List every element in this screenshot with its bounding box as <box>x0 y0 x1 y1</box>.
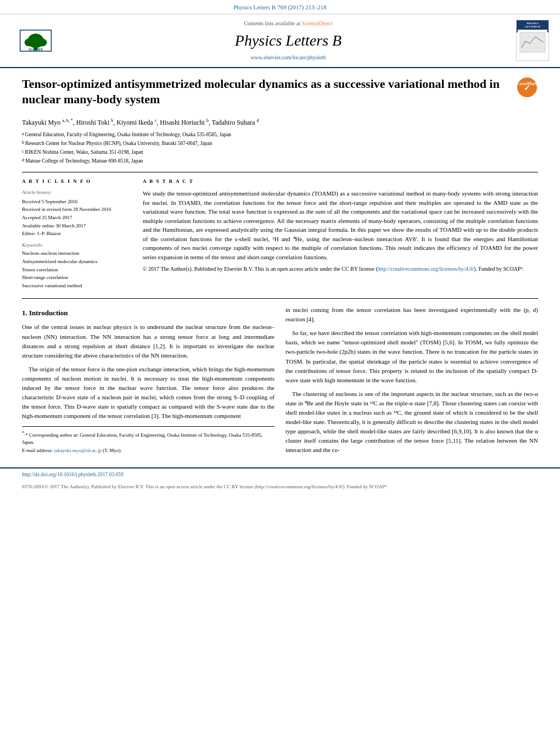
crossmark-icon[interactable]: CrossMark ✓ <box>516 76 538 98</box>
elsevier-logo: ELSEVIER <box>11 30 60 52</box>
email-footnote: E-mail address: takayuki.myo@oit.ac.jp (… <box>22 447 275 454</box>
journal-title: Physics Letters B <box>60 30 516 51</box>
available-date: Available online 30 March 2017 <box>22 222 132 230</box>
journal-reference: Physics Letters B 769 (2017) 213–218 <box>233 4 327 10</box>
content-area: Tensor-optimized antisymmetrized molecul… <box>0 68 560 467</box>
thumb-title-text: PHYSICSLETTERS B <box>525 22 540 29</box>
intro-section-title: 1. Introduction <box>22 308 275 318</box>
abstract-header: A B S T R A C T <box>143 178 538 185</box>
svg-point-3 <box>37 38 47 47</box>
journal-reference-bar: Physics Letters B 769 (2017) 213–218 <box>0 0 560 14</box>
footnotes: * * Corresponding author at: General Edu… <box>22 426 275 454</box>
accepted-date: Accepted 25 March 2017 <box>22 214 132 221</box>
article-info-abstract: A R T I C L E I N F O Article history: R… <box>22 172 538 291</box>
svg-point-2 <box>25 38 34 47</box>
affil-a: a General Education, Faculty of Engineer… <box>22 131 538 138</box>
keyword-3: Tensor correlation <box>22 266 132 274</box>
keyword-4: Short-range correlation <box>22 274 132 281</box>
article-title: Tensor-optimized antisymmetrized molecul… <box>22 76 511 108</box>
page: Physics Letters B 769 (2017) 213–218 ELS… <box>0 0 560 742</box>
svg-text:✓: ✓ <box>524 84 530 92</box>
history-label: Article history: <box>22 189 132 196</box>
journal-thumbnail: PHYSICSLETTERS B <box>516 20 549 61</box>
thumb-image-icon <box>519 31 546 53</box>
email-link[interactable]: takayuki.myo@oit.ac.jp <box>54 448 102 453</box>
doi-link[interactable]: http://dx.doi.org/10.1016/j.physletb.201… <box>22 472 124 477</box>
keyword-2: Antisymmetrized molecular dynamics <box>22 258 132 265</box>
svg-text:ELSEVIER: ELSEVIER <box>29 48 43 51</box>
footer-text: 0370-2693/© 2017 The Author(s). Publishe… <box>0 481 560 493</box>
copyright-line: © 2017 The Author(s). Published by Elsev… <box>143 265 538 273</box>
keyword-1: Nucleon–nucleon interaction <box>22 250 132 257</box>
sciencedirect-link[interactable]: ScienceDirect <box>301 20 332 26</box>
authors-line: Takayuki Myo a, b, *, Hiroshi Toki b, Ki… <box>22 118 538 127</box>
article-info-header: A R T I C L E I N F O <box>22 178 132 185</box>
affil-c: c RIKEN Nishina Center, Wako, Saitama 35… <box>22 148 538 156</box>
journal-header: ELSEVIER Contents lists available at Sci… <box>0 14 560 68</box>
article-title-section: Tensor-optimized antisymmetrized molecul… <box>22 76 538 112</box>
abstract-text: We study the tensor-optimized antisymmet… <box>143 189 538 273</box>
corresponding-footnote: * * Corresponding author at: General Edu… <box>22 430 275 445</box>
cc-license-link[interactable]: http://creativecommons.org/licenses/by/4… <box>378 266 474 272</box>
journal-url[interactable]: www.elsevier.com/locate/physletb <box>60 54 516 62</box>
right-column: in nuclei coming from the tensor correla… <box>285 305 538 459</box>
article-info-panel: A R T I C L E I N F O Article history: R… <box>22 178 132 291</box>
elsevier-tree-icon: ELSEVIER <box>19 30 52 52</box>
revised-date: Received in revised form 28 November 201… <box>22 206 132 213</box>
intro-body-right: in nuclei coming from the tensor correla… <box>285 305 538 455</box>
left-column: 1. Introduction One of the central issue… <box>22 305 275 459</box>
received-date: Received 5 September 2016 <box>22 198 132 205</box>
abstract-panel: A B S T R A C T We study the tensor-opti… <box>143 178 538 291</box>
contents-available: Contents lists available at ScienceDirec… <box>60 20 516 27</box>
doi-bar: http://dx.doi.org/10.1016/j.physletb.201… <box>0 467 560 481</box>
journal-center: Contents lists available at ScienceDirec… <box>60 20 516 61</box>
affiliations: a General Education, Faculty of Engineer… <box>22 131 538 165</box>
intro-body-left: One of the central issues in nuclear phy… <box>22 322 275 420</box>
editor: Editor: J.-P. Blaizot <box>22 230 132 237</box>
affil-b: b Research Center for Nuclear Physics (R… <box>22 140 538 147</box>
main-body: 1. Introduction One of the central issue… <box>22 305 538 459</box>
keywords-label: Keywords: <box>22 242 132 249</box>
svg-rect-6 <box>520 32 545 52</box>
keyword-5: Successive variational method <box>22 282 132 289</box>
affil-d: d Matsue College of Technology, Matsue 6… <box>22 157 538 165</box>
